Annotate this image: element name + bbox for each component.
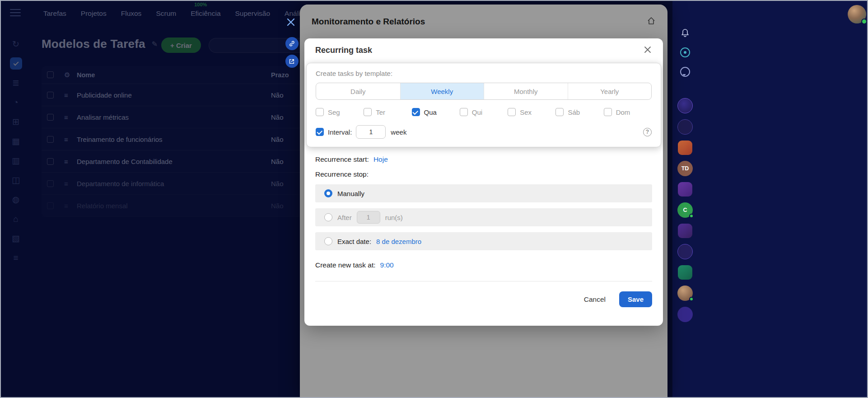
dialog-title: Recurring task <box>315 46 372 55</box>
create-at-time-link[interactable]: 9:00 <box>380 261 394 269</box>
cancel-button[interactable]: Cancel <box>584 295 606 304</box>
day-sex[interactable]: Sex <box>508 108 555 116</box>
tab-weekly[interactable]: Weekly <box>400 83 484 99</box>
day-checkbox[interactable] <box>316 108 324 116</box>
save-button[interactable]: Save <box>619 291 652 307</box>
tab-daily[interactable]: Daily <box>316 83 400 99</box>
chat-avatar-td[interactable]: TD <box>677 161 693 176</box>
avatar-initials: C <box>683 207 687 213</box>
exact-date-label: Exact date: <box>337 238 371 245</box>
interval-input[interactable] <box>356 125 386 139</box>
tab-monthly[interactable]: Monthly <box>484 83 568 99</box>
copilot-icon[interactable] <box>679 47 691 58</box>
online-status-dot <box>689 214 694 218</box>
online-status-dot <box>689 297 694 301</box>
day-sab[interactable]: Sáb <box>555 108 603 116</box>
chat-avatar[interactable] <box>678 224 692 238</box>
radio-manually[interactable] <box>324 189 332 197</box>
create-at-row: Create new task at: 9:00 <box>315 261 652 269</box>
after-label: After <box>337 214 352 221</box>
day-checkbox[interactable] <box>508 108 516 116</box>
interval-row: Interval: week <box>316 125 652 139</box>
day-label: Ter <box>376 108 385 116</box>
stop-option-exact-date[interactable]: Exact date: 8 de dezembro <box>315 232 652 250</box>
day-qui[interactable]: Qui <box>460 108 508 116</box>
recurrence-stop-label-row: Recurrence stop: <box>315 170 652 178</box>
panel-close-icon[interactable] <box>286 17 298 29</box>
chat-avatar-c[interactable]: C <box>677 202 693 218</box>
avatar-initials: TD <box>681 165 689 172</box>
recurrence-start-value-link[interactable]: Hoje <box>373 155 388 164</box>
radio-after[interactable] <box>324 213 332 221</box>
user-profile-avatar[interactable] <box>848 5 866 23</box>
template-section-spotlight: Create tasks by template: Daily Weekly M… <box>306 63 661 147</box>
user-online-status-dot <box>861 19 867 24</box>
task-panel: Monitoramento e Relatórios Recurring tas… <box>300 5 667 398</box>
dialog-close-icon[interactable] <box>644 46 652 54</box>
radio-exact-date[interactable] <box>324 237 332 245</box>
create-at-label: Create new task at: <box>315 261 376 269</box>
interval-unit-label: week <box>391 128 406 136</box>
day-ter[interactable]: Ter <box>364 108 411 116</box>
chat-avatar[interactable] <box>677 307 693 322</box>
tab-yearly[interactable]: Yearly <box>568 83 652 99</box>
day-label: Dom <box>616 108 630 116</box>
copy-link-icon[interactable] <box>285 37 299 50</box>
day-checkbox[interactable] <box>364 108 372 116</box>
period-tabs: Daily Weekly Monthly Yearly <box>316 83 652 100</box>
interval-checkbox[interactable] <box>316 128 324 136</box>
open-in-new-icon[interactable] <box>285 55 299 68</box>
day-label: Qua <box>424 108 437 116</box>
day-checkbox[interactable] <box>460 108 468 116</box>
help-icon[interactable] <box>643 128 652 136</box>
day-checkbox[interactable] <box>604 108 612 116</box>
day-checkbox[interactable] <box>555 108 564 116</box>
recurrence-start-label: Recurrence start: <box>315 155 369 164</box>
exact-date-value-link[interactable]: 8 de dezembro <box>376 238 421 245</box>
template-section-label: Create tasks by template: <box>316 70 652 77</box>
chat-avatar[interactable] <box>678 265 692 280</box>
dialog-header: Recurring task <box>315 38 652 62</box>
chat-avatar[interactable] <box>678 182 692 197</box>
chat-avatar-photo[interactable] <box>677 286 693 301</box>
day-label: Sáb <box>568 108 580 116</box>
chat-avatar[interactable] <box>677 98 693 113</box>
recurring-task-dialog: Recurring task Create tasks by template:… <box>304 38 663 326</box>
day-label: Sex <box>520 108 532 116</box>
recurrence-start-row: Recurrence start: Hoje <box>315 155 652 164</box>
day-dom[interactable]: Dom <box>604 108 652 116</box>
chat-avatar[interactable] <box>678 140 692 155</box>
day-label: Seg <box>328 108 340 116</box>
chat-avatar[interactable] <box>677 119 693 135</box>
support-chat-icon[interactable] <box>679 66 691 78</box>
weekday-checkboxes: Seg Ter Qua Qui Sex Sáb Dom <box>316 108 652 116</box>
interval-label: Interval: <box>328 128 352 136</box>
chat-avatar[interactable] <box>677 244 693 259</box>
runs-count-input[interactable] <box>357 211 380 224</box>
stop-option-manually[interactable]: Manually <box>315 184 652 202</box>
manually-label: Manually <box>337 190 364 197</box>
right-icon-strip: TD C <box>672 27 698 328</box>
day-qua[interactable]: Qua <box>412 108 460 116</box>
runs-suffix-label: run(s) <box>385 214 403 221</box>
stop-option-after-runs[interactable]: After run(s) <box>315 208 652 226</box>
day-checkbox-checked[interactable] <box>412 108 420 116</box>
day-label: Qui <box>472 108 482 116</box>
slider-controls <box>285 17 299 72</box>
recurrence-stop-label: Recurrence stop: <box>315 170 369 178</box>
notifications-bell-icon[interactable] <box>679 27 691 39</box>
dialog-footer: Cancel Save <box>315 281 652 307</box>
day-seg[interactable]: Seg <box>316 108 364 116</box>
